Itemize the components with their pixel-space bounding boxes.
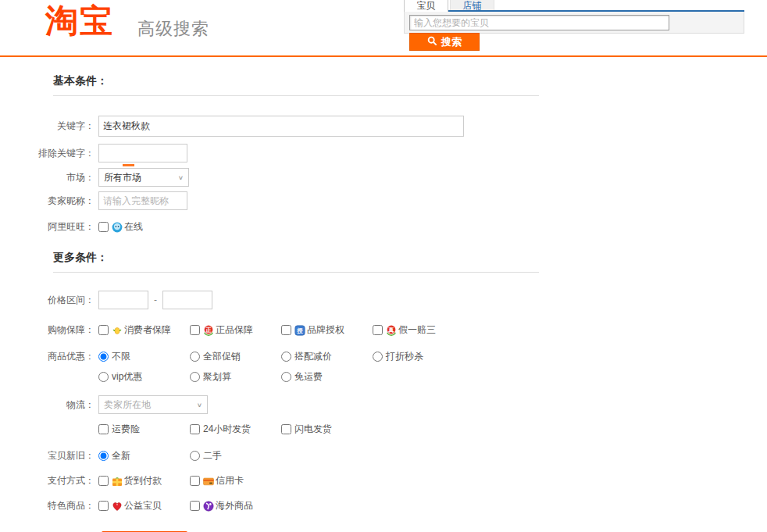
basic-section-title: 基本条件： [53,74,767,88]
protection-option-label: 品牌授权 [307,323,344,337]
special-option-label: 海外商品 [216,499,253,512]
credit-card-checkbox[interactable] [190,476,200,486]
sprout-icon [112,325,123,336]
wangwang-row: 阿里旺旺： 在线 [0,220,767,234]
tab-item[interactable]: 宝贝 [404,0,448,12]
market-row: 市场： 所有市场 ∨ [0,168,767,187]
top-search-button[interactable]: 搜索 [409,33,480,51]
seller-nickname-input[interactable] [98,191,187,210]
search-tabs: 宝贝 店铺 [404,0,744,12]
special-option[interactable]: 海外商品 [190,499,253,512]
item-condition-row: 宝贝新旧： 全新 二手 [0,449,767,462]
condition-option-label: 二手 [203,449,222,462]
promo-row-1: 商品优惠： 不限 全部促销 搭配减价 打折秒杀 [0,350,767,363]
logistics-option[interactable]: 闪电发货 [281,423,332,436]
promo-all-sales-radio[interactable] [190,352,200,362]
top-search-button-label: 搜索 [441,35,462,49]
price-max-input[interactable] [162,291,212,309]
logistics-options-row: 运费险 24小时发货 闪电发货 [0,423,767,436]
promo-option-label: 免运费 [294,370,323,384]
promo-option-label: 搭配减价 [294,350,332,363]
condition-options: 全新 二手 [98,449,222,462]
exclude-keyword-label: 排除关键字： [0,147,98,160]
svg-text:真: 真 [387,326,394,333]
promo-bundle-discount-radio[interactable] [281,352,291,362]
promo-flash-sale-radio[interactable] [373,352,383,362]
promo-label: 商品优惠： [0,350,98,363]
promo-option[interactable]: 全部促销 [190,350,281,363]
keyword-input[interactable] [98,116,464,137]
lightning-delivery-checkbox[interactable] [281,424,291,434]
payment-option[interactable]: 信用卡 [190,474,244,487]
promo-option[interactable]: 搭配减价 [281,350,373,363]
exclude-keyword-input[interactable] [98,144,187,162]
payment-label: 支付方式： [0,474,98,487]
protection-option[interactable]: 消费者保障 [98,323,190,337]
shipping-insurance-checkbox[interactable] [98,424,109,434]
keyword-row: 关键字： [0,116,767,137]
condition-option[interactable]: 全新 [98,449,190,462]
special-option-label: 公益宝贝 [124,499,162,512]
protection-option[interactable]: 真 假一赔三 [373,323,436,337]
promo-option[interactable]: vip优惠 [98,370,190,384]
fake-compensation-icon: 真 [386,325,397,336]
promo-row-2: vip优惠 聚划算 免运费 [0,370,767,384]
overseas-item-checkbox[interactable] [190,501,200,511]
promo-option[interactable]: 不限 [98,350,190,363]
market-select[interactable]: 所有市场 ∨ [98,168,189,187]
logistics-select[interactable]: 卖家所在地 ∨ [98,395,208,414]
special-items-row: 特色商品： 公益宝贝 海外商品 [0,499,767,512]
credit-card-icon [203,476,214,487]
taobao-logo[interactable]: 淘宝 [45,3,114,39]
payment-option[interactable]: 货到付款 [98,474,190,487]
tab-shop[interactable]: 店铺 [450,0,494,10]
cod-box-icon [112,476,123,487]
promo-option-label: 不限 [112,350,130,363]
condition-option[interactable]: 二手 [190,449,222,462]
condition-new-radio[interactable] [98,451,109,461]
seller-nickname-label: 卖家昵称： [0,195,98,208]
promo-option[interactable]: 免运费 [281,370,323,384]
wangwang-online-checkbox[interactable] [98,222,109,232]
consumer-protection-checkbox[interactable] [98,325,109,335]
promo-free-shipping-radio[interactable] [281,372,291,382]
logistics-select-value: 卖家所在地 [104,398,151,412]
logistics-option[interactable]: 24小时发货 [190,423,281,436]
promo-options-row1: 不限 全部促销 搭配减价 打折秒杀 [98,350,423,363]
top-search-input[interactable] [409,15,669,30]
promo-option-label: vip优惠 [112,370,142,384]
protection-option-label: 假一赔三 [398,323,436,337]
special-option[interactable]: 公益宝贝 [98,499,190,512]
charity-heart-icon [112,501,123,512]
wangwang-icon [112,222,123,233]
promo-option-label: 打折秒杀 [386,350,423,363]
price-range-label: 价格区间： [0,294,98,307]
svg-text:正: 正 [205,326,212,333]
protection-option[interactable]: 正 正品保障 [190,323,281,337]
fake-compensation-checkbox[interactable] [373,325,383,335]
ship-24h-checkbox[interactable] [190,424,200,434]
exclude-keyword-row: 排除关键字： [0,144,767,162]
genuine-guarantee-checkbox[interactable] [190,325,200,335]
keyword-label: 关键字： [0,120,98,133]
promo-option-label: 聚划算 [203,370,231,384]
protection-option-label: 消费者保障 [124,323,171,337]
promo-option[interactable]: 聚划算 [190,370,281,384]
price-min-input[interactable] [98,291,148,309]
logistics-option[interactable]: 运费险 [98,423,190,436]
brand-authorization-checkbox[interactable] [281,325,291,335]
chevron-down-icon: ∨ [178,174,184,181]
condition-used-radio[interactable] [190,451,200,461]
promo-option[interactable]: 打折秒杀 [373,350,423,363]
overseas-globe-icon [203,501,214,512]
protection-option[interactable]: 授 品牌授权 [281,323,373,337]
cod-checkbox[interactable] [98,476,109,486]
payment-option-label: 货到付款 [124,474,162,487]
logistics-option-label: 闪电发货 [294,423,332,436]
promo-unlimited-radio[interactable] [98,352,109,362]
seller-nickname-row: 卖家昵称： [0,191,767,210]
charity-item-checkbox[interactable] [98,501,109,511]
promo-vip-radio[interactable] [98,372,109,382]
wangwang-online-option[interactable]: 在线 [98,220,143,234]
promo-juhuasuan-radio[interactable] [190,372,200,382]
